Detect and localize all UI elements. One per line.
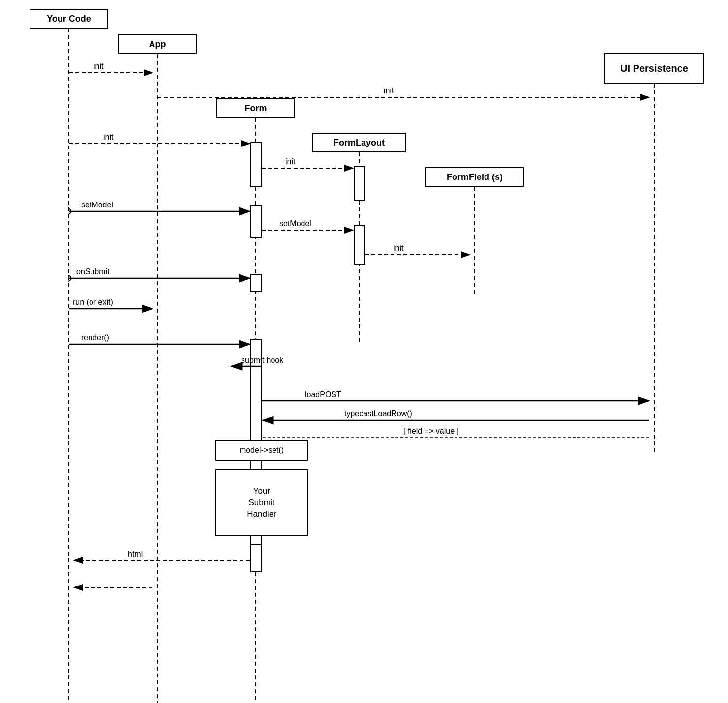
activation-form-2 <box>251 205 262 237</box>
msg-label-init-1: init <box>93 62 104 70</box>
msg-label-init-5: init <box>394 244 404 252</box>
msg-label-onsubmit: onSubmit <box>76 267 110 276</box>
msg-label-render: render() <box>81 333 109 342</box>
note-model-set: model->set() <box>215 440 308 461</box>
actor-formlayout: FormLayout <box>312 133 406 152</box>
actor-formfield-label: FormField (s) <box>447 172 503 182</box>
activation-form-1 <box>251 143 262 187</box>
note-model-set-label: model->set() <box>240 446 284 455</box>
actor-your-code-label: Your Code <box>47 14 91 24</box>
msg-label-submithook: submit hook <box>241 356 284 364</box>
activation-form-bottom <box>251 545 262 572</box>
actor-formlayout-label: FormLayout <box>334 138 385 148</box>
activation-form-3 <box>251 274 262 292</box>
msg-label-setmodel-1: setModel <box>81 201 113 209</box>
note-submit-handler-label: Your Submit Handler <box>247 485 276 520</box>
actor-your-code: Your Code <box>30 9 108 29</box>
msg-label-setmodel-2: setModel <box>279 219 311 228</box>
msg-label-loadpost: loadPOST <box>305 390 341 399</box>
actor-form: Form <box>216 98 295 118</box>
msg-label-init-4: init <box>285 157 296 166</box>
actor-formfield: FormField (s) <box>425 167 524 187</box>
activation-formlayout-1 <box>354 166 365 201</box>
msg-label-init-3: init <box>103 133 114 141</box>
note-submit-handler: Your Submit Handler <box>215 469 308 536</box>
actor-ui-persistence: UI Persistence <box>604 53 704 84</box>
msg-label-html: html <box>128 550 143 558</box>
diagram-svg: init init init init setModel setModel in… <box>0 0 728 703</box>
msg-label-run: run (or exit) <box>73 298 113 306</box>
msg-label-typecastloadrow: typecastLoadRow() <box>344 410 412 418</box>
msg-label-fieldvalue: [ field => value ] <box>403 427 459 435</box>
activation-formlayout-2 <box>354 225 365 264</box>
actor-ui-persistence-label: UI Persistence <box>620 63 688 74</box>
actor-app-label: App <box>149 39 166 50</box>
actor-app: App <box>118 34 197 54</box>
msg-label-init-2: init <box>384 87 394 95</box>
actor-form-label: Form <box>245 103 267 114</box>
sequence-diagram: init init init init setModel setModel in… <box>0 0 728 703</box>
